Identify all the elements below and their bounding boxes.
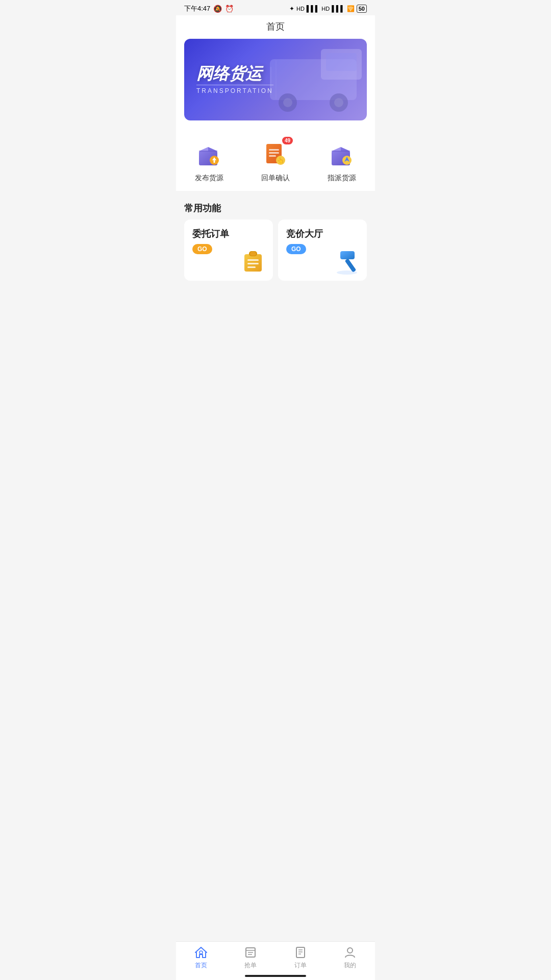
wifi-icon: 🛜 [347,5,355,12]
alarm-icon: ⏰ [225,5,234,13]
silent-icon: 🔕 [213,5,222,13]
status-right: ✦ HD ▌▌▌ HD ▌▌▌ 🛜 50 [289,5,367,13]
svg-rect-32 [247,263,259,264]
publish-label: 发布货源 [195,174,223,183]
svg-rect-17 [269,149,279,151]
svg-point-36 [337,271,357,275]
svg-rect-19 [269,155,276,157]
svg-marker-10 [199,147,208,151]
svg-rect-15 [214,160,215,163]
publish-icon [195,140,223,168]
commission-go-button[interactable]: GO [192,244,212,254]
signal-hd1-icon: HD [296,6,305,12]
banner-main-text: 网络货运 [196,65,273,83]
status-time: 下午4:47 [184,4,210,13]
svg-marker-23 [332,147,341,151]
confirm-icon-wrap: 49 👆 [260,139,291,169]
commission-icon [239,247,267,275]
action-confirm[interactable]: 49 👆 回单确认 [260,139,291,183]
page-title: 首页 [176,15,375,39]
svg-rect-35 [345,258,357,273]
banner-sub-text: TRANSPORTATION [196,85,273,94]
svg-rect-30 [250,252,256,256]
publish-icon-wrap [194,139,224,169]
svg-rect-18 [269,152,279,154]
signal-bars2-icon: ▌▌▌ [332,5,345,12]
function-grid: 委托订单 GO [176,219,375,281]
svg-marker-11 [208,147,217,151]
signal-hd2-icon: HD [321,6,330,12]
svg-rect-34 [340,251,355,259]
svg-point-6 [334,98,343,107]
commission-title: 委托订单 [192,228,265,240]
svg-rect-33 [247,266,256,268]
auction-go-button[interactable]: GO [286,244,306,254]
action-publish[interactable]: 发布货源 [194,139,224,183]
banner: 网络货运 TRANSPORTATION [184,39,367,120]
svg-marker-24 [341,147,350,151]
function-card-commission[interactable]: 委托订单 GO [184,219,273,281]
battery-indicator: 50 [357,5,367,13]
function-card-auction[interactable]: 竞价大厅 GO [278,219,367,281]
status-left: 下午4:47 🔕 ⏰ [184,4,234,13]
svg-rect-31 [247,259,259,261]
signal-bars-icon: ▌▌▌ [307,5,320,12]
assign-icon [328,140,356,168]
confirm-badge: 49 [282,137,293,144]
svg-point-4 [283,98,292,107]
confirm-label: 回单确认 [261,174,290,183]
section-title: 常用功能 [176,194,375,219]
action-assign[interactable]: 指派货源 [327,139,357,183]
bluetooth-icon: ✦ [289,5,294,12]
svg-rect-2 [326,53,357,71]
status-bar: 下午4:47 🔕 ⏰ ✦ HD ▌▌▌ HD ▌▌▌ 🛜 50 [176,0,375,15]
assign-icon-wrap [327,139,357,169]
quick-actions: 发布货源 49 👆 [176,129,375,191]
assign-label: 指派货源 [328,174,356,183]
banner-text: 网络货运 TRANSPORTATION [196,65,273,94]
auction-icon [333,247,361,275]
auction-title: 竞价大厅 [286,228,359,240]
svg-text:👆: 👆 [277,157,284,164]
